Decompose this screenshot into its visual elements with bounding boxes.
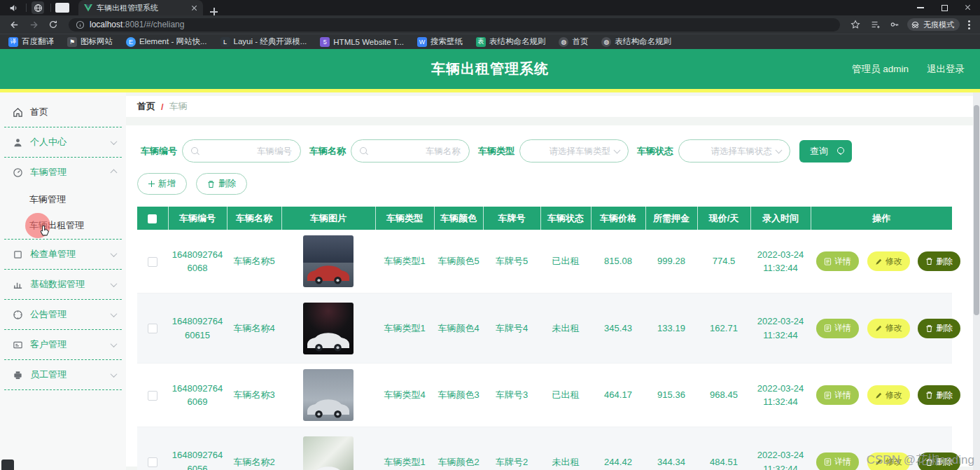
speaker-icon[interactable] bbox=[6, 1, 21, 14]
baidu-translate-icon: 译 bbox=[8, 37, 18, 47]
page-scrollbar[interactable] bbox=[973, 92, 980, 470]
url-field[interactable]: localhost:8081/#/cheliang bbox=[69, 18, 840, 32]
chevron-down-icon bbox=[111, 310, 118, 317]
bookmark-star-icon[interactable] bbox=[848, 20, 862, 29]
vehicle-photo bbox=[303, 369, 354, 421]
sidebar-item-announcements[interactable]: 公告管理 bbox=[0, 300, 126, 329]
bookmark-item[interactable]: LLayui - 经典开源模... bbox=[220, 36, 307, 47]
row-checkbox[interactable] bbox=[148, 457, 158, 467]
back-icon[interactable] bbox=[7, 20, 21, 30]
screen-capture-icon[interactable] bbox=[55, 1, 70, 14]
vehicle-type-select[interactable] bbox=[519, 139, 629, 163]
sidebar-item-customers[interactable]: 客户管理 bbox=[0, 331, 126, 359]
bookmark-item[interactable]: ◍表结构命名规则 bbox=[601, 36, 671, 47]
row-checkbox[interactable] bbox=[148, 391, 158, 401]
sidebar: 首页 个人中心 车辆管理 车辆管理 车辆出租管理 检查单管理 bbox=[0, 92, 126, 470]
add-button[interactable]: 新增 bbox=[137, 173, 187, 195]
bookmark-item[interactable]: W搜索壁纸 bbox=[417, 36, 463, 47]
trash-icon bbox=[207, 180, 215, 188]
chart-icon bbox=[13, 279, 23, 290]
column-header: 车辆名称 bbox=[227, 207, 281, 230]
delete-button[interactable]: 删除 bbox=[918, 251, 960, 271]
reading-list-icon[interactable] bbox=[868, 20, 882, 29]
column-header: 录入时间 bbox=[750, 207, 811, 230]
column-header: 车辆颜色 bbox=[434, 207, 483, 230]
vehicle-name-cell: 车辆名称2 bbox=[227, 427, 281, 470]
breadcrumb: 首页 / 车辆 bbox=[126, 96, 973, 117]
browser-tab[interactable]: 车辆出租管理系统 bbox=[78, 0, 203, 15]
sidebar-item-vehicle-mgmt[interactable]: 车辆管理 bbox=[0, 158, 126, 186]
element-icon: E bbox=[126, 37, 136, 47]
query-button[interactable]: 查询 bbox=[799, 140, 852, 163]
delete-selected-button[interactable]: 删除 bbox=[196, 173, 247, 195]
delete-button[interactable]: 删除 bbox=[918, 319, 960, 338]
detail-button[interactable]: 详情 bbox=[816, 452, 859, 470]
breadcrumb-separator: / bbox=[161, 102, 164, 112]
divider bbox=[4, 157, 122, 158]
forward-icon[interactable] bbox=[27, 20, 41, 30]
wallpaper-icon: W bbox=[417, 37, 427, 47]
vehicle-id-cell: 16480927646068 bbox=[168, 230, 227, 293]
sidebar-item-base-data[interactable]: 基础数据管理 bbox=[0, 270, 126, 298]
bookmark-item[interactable]: EElement - 网站快... bbox=[126, 36, 207, 47]
tab-close-icon[interactable] bbox=[191, 5, 197, 11]
vehicle-name-input[interactable] bbox=[351, 139, 470, 163]
bookmark-item[interactable]: 表表结构命名规则 bbox=[476, 36, 546, 47]
chevron-down-icon bbox=[111, 250, 118, 257]
info-icon[interactable] bbox=[76, 20, 85, 29]
globe-extension-icon[interactable] bbox=[30, 1, 46, 14]
entry-time-cell: 2022-03-2411:32:44 bbox=[750, 230, 811, 293]
logout-link[interactable]: 退出登录 bbox=[927, 63, 965, 76]
html5-icon: 5 bbox=[320, 37, 330, 47]
doc-icon bbox=[824, 324, 832, 332]
detail-button[interactable]: 详情 bbox=[816, 251, 859, 271]
divider bbox=[4, 127, 122, 127]
detail-button[interactable]: 详情 bbox=[816, 319, 859, 338]
row-checkbox[interactable] bbox=[148, 257, 158, 267]
edit-button[interactable]: 修改 bbox=[867, 385, 910, 405]
chevron-down-icon bbox=[776, 146, 783, 153]
password-key-icon[interactable] bbox=[888, 20, 902, 29]
column-header: 车辆编号 bbox=[168, 207, 227, 230]
breadcrumb-home[interactable]: 首页 bbox=[137, 100, 155, 113]
tab-title: 车辆出租管理系统 bbox=[97, 3, 187, 13]
vehicle-status-select[interactable] bbox=[678, 139, 790, 163]
close-window-button[interactable] bbox=[956, 0, 980, 15]
globe-icon: ◍ bbox=[559, 37, 568, 47]
reload-icon[interactable] bbox=[46, 20, 60, 29]
edit-button[interactable]: 修改 bbox=[867, 251, 910, 271]
table-row: 16480927646068 车辆名称5 车辆类型1 车辆颜色5 车牌号5 已出… bbox=[137, 230, 952, 293]
scrollbar-thumb[interactable] bbox=[974, 105, 979, 315]
chevron-down-icon bbox=[111, 340, 118, 347]
sidebar-subitem-vehicle[interactable]: 车辆管理 bbox=[0, 186, 126, 212]
chevron-down-icon bbox=[111, 280, 118, 287]
vehicle-id-cell: 16480927646069 bbox=[168, 364, 227, 427]
incognito-label: 无痕模式 bbox=[923, 20, 954, 30]
column-header: 操作 bbox=[811, 207, 952, 230]
sidebar-item-home[interactable]: 首页 bbox=[0, 98, 126, 126]
bookmark-item[interactable]: ⚑图标网站 bbox=[67, 36, 113, 47]
detail-button[interactable]: 详情 bbox=[816, 385, 859, 405]
bookmark-item[interactable]: ◍首页 bbox=[559, 36, 588, 47]
status-cell: 已出租 bbox=[540, 364, 591, 427]
browser-menu-icon[interactable] bbox=[965, 20, 973, 29]
sidebar-subitem-vehicle-rental[interactable]: 车辆出租管理 bbox=[0, 212, 126, 238]
trash-icon bbox=[925, 324, 933, 333]
filter-bar: 车辆编号 车辆名称 车辆类型 车辆状态 查询 bbox=[137, 139, 952, 163]
maximize-button[interactable] bbox=[932, 0, 956, 15]
vehicle-id-input[interactable] bbox=[182, 139, 301, 163]
column-header: 车辆状态 bbox=[540, 207, 591, 230]
delete-button[interactable]: 删除 bbox=[918, 385, 960, 405]
bookmark-item[interactable]: 译百度翻译 bbox=[8, 36, 54, 47]
row-checkbox[interactable] bbox=[148, 324, 158, 333]
minimize-button[interactable] bbox=[909, 0, 932, 15]
sidebar-item-employees[interactable]: 员工管理 bbox=[0, 361, 126, 389]
column-header: 车辆类型 bbox=[375, 207, 434, 230]
bookmark-item[interactable]: 5HTML5 Website T... bbox=[320, 37, 404, 47]
sidebar-item-profile[interactable]: 个人中心 bbox=[0, 128, 126, 156]
table-row: 16480927646056 车辆名称2 车辆类型1 车辆颜色2 车牌号2 未出… bbox=[137, 427, 952, 470]
select-all-checkbox[interactable] bbox=[148, 214, 157, 223]
edit-button[interactable]: 修改 bbox=[867, 319, 910, 338]
sidebar-item-inspection[interactable]: 检查单管理 bbox=[0, 240, 126, 268]
divider bbox=[4, 239, 122, 240]
